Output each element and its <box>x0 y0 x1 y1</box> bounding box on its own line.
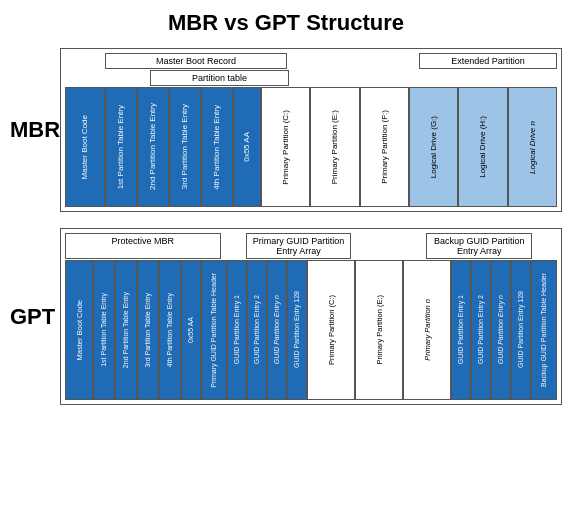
gpt-cell-primary-e: Primary Partition (E:) <box>355 260 403 400</box>
gpt-cell-backup-guid-entry-n: GUID Partition Entry n <box>491 260 511 400</box>
gpt-cell-guid-entry-n: GUID Partition Entry n <box>267 260 287 400</box>
mbr-header-mbr-label: Master Boot Record <box>105 53 287 69</box>
gpt-cell-2nd-partition: 2nd Partition Table Entry <box>115 260 137 400</box>
mbr-diagram: Master Boot Record Extended Partition Pa… <box>60 48 562 212</box>
mbr-cell-primary-e: Primary Partition (E:) <box>310 87 359 207</box>
gpt-cell-guid-entry-2: GUID Partition Entry 2 <box>247 260 267 400</box>
gpt-header-backup-guid: Backup GUID Partition Entry Array <box>426 233 532 259</box>
mbr-cell-logical-n: Logical Drive n <box>508 87 557 207</box>
mbr-cell-1st-partition: 1st Partition Table Entry <box>105 87 137 207</box>
gpt-cell-backup-guid-entry-128: GUID Partition Entry 128 <box>511 260 531 400</box>
mbr-cell-logical-g: Logical Drive (G:) <box>409 87 458 207</box>
gpt-cell-4th-partition: 4th Partition Table Entry <box>159 260 181 400</box>
mbr-cell-primary-c: Primary Partition (C:) <box>261 87 310 207</box>
gpt-cell-primary-n: Primary Partition n <box>403 260 451 400</box>
mbr-cell-primary-f: Primary Partition (F:) <box>360 87 409 207</box>
gpt-cell-3rd-partition: 3rd Partition Table Entry <box>137 260 159 400</box>
mbr-cell-logical-h: Logical Drive (H:) <box>458 87 507 207</box>
page-title: MBR vs GPT Structure <box>10 10 562 36</box>
mbr-label: MBR <box>10 117 52 143</box>
mbr-cell-master-boot-code: Master Boot Code <box>65 87 105 207</box>
mbr-cell-master-boot-code-text: Master Boot Code <box>80 115 90 179</box>
gpt-header-protective: Protective MBR <box>65 233 221 259</box>
gpt-section: GPT Protective MBR Primary GUID Partitio… <box>10 228 562 405</box>
gpt-cell-0x55aa: 0x55 AA <box>181 260 201 400</box>
mbr-header-extended-label: Extended Partition <box>419 53 557 69</box>
gpt-cell-guid-entry-1: GUID Partition Entry 1 <box>227 260 247 400</box>
gpt-cell-master-boot-code: Master Boot Code <box>65 260 93 400</box>
mbr-cell-0x55aa: 0x55 AA <box>233 87 261 207</box>
gpt-cell-guid-entry-128: GUID Partition Entry 128 <box>287 260 307 400</box>
gpt-cell-backup-guid-entry-2: GUID Partition Entry 2 <box>471 260 491 400</box>
gpt-cell-primary-guid-header: Primary GUID Partition Table Header <box>201 260 227 400</box>
mbr-cell-4th-partition: 4th Partition Table Entry <box>201 87 233 207</box>
gpt-label: GPT <box>10 304 52 330</box>
gpt-cell-backup-guid-header: Backup GUID Partition Table Header <box>531 260 557 400</box>
gpt-cell-backup-guid-entry-1: GUID Partition Entry 1 <box>451 260 471 400</box>
gpt-header-primary-guid: Primary GUID Partition Entry Array <box>246 233 352 259</box>
mbr-cell-2nd-partition: 2nd Partition Table Entry <box>137 87 169 207</box>
mbr-cell-3rd-partition: 3rd Partition Table Entry <box>169 87 201 207</box>
gpt-cell-primary-c: Primary Partition (C:) <box>307 260 355 400</box>
mbr-section: MBR Master Boot Record Extended Partitio… <box>10 48 562 212</box>
gpt-diagram: Protective MBR Primary GUID Partition En… <box>60 228 562 405</box>
gpt-cell-1st-partition: 1st Partition Table Entry <box>93 260 115 400</box>
mbr-header-partition-table: Partition table <box>150 70 290 86</box>
diagram-container: MBR Master Boot Record Extended Partitio… <box>10 48 562 405</box>
